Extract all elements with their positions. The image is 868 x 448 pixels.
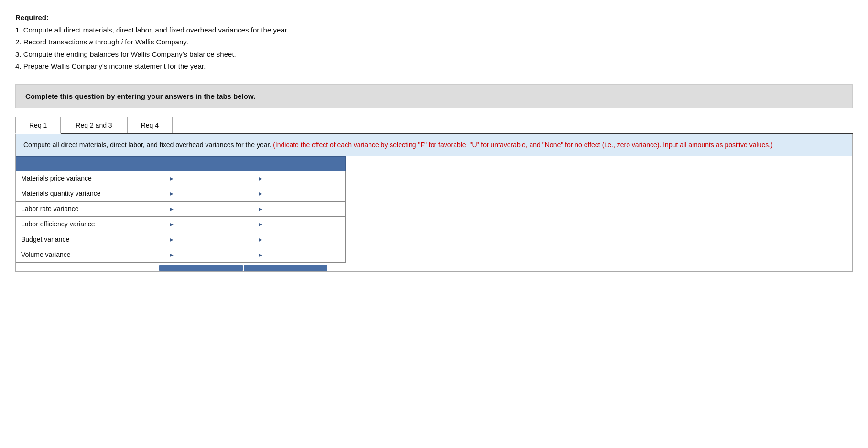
req-item-4: 4. Prepare Wallis Company's income state… xyxy=(15,60,853,73)
req-item-1: 1. Compute all direct materials, direct … xyxy=(15,24,853,36)
row-effect-budget[interactable] xyxy=(257,232,346,247)
table-row: Volume variance xyxy=(16,247,346,262)
required-heading: Required: xyxy=(15,11,853,24)
tab-req4[interactable]: Req 4 xyxy=(127,117,173,133)
row-amount-volume[interactable] xyxy=(168,247,257,262)
table-row: Budget variance xyxy=(16,232,346,247)
row-effect-volume[interactable] xyxy=(257,247,346,262)
description-bar: Compute all direct materials, direct lab… xyxy=(16,134,852,156)
table-row: Labor rate variance xyxy=(16,201,346,216)
table-row: Labor efficiency variance xyxy=(16,216,346,232)
row-effect-materials-price[interactable] xyxy=(257,171,346,186)
row-label-materials-price: Materials price variance xyxy=(16,171,168,186)
row-label-budget: Budget variance xyxy=(16,232,168,247)
row-amount-budget[interactable] xyxy=(168,232,257,247)
tabs-container: Req 1 Req 2 and 3 Req 4 xyxy=(15,117,853,134)
table-row: Materials quantity variance xyxy=(16,186,346,201)
scrollbar-left[interactable] xyxy=(159,265,243,271)
header-label-cell xyxy=(16,156,168,171)
tab-req23[interactable]: Req 2 and 3 xyxy=(62,117,126,133)
instruction-text: Complete this question by entering your … xyxy=(25,92,255,100)
row-effect-labor-efficiency[interactable] xyxy=(257,216,346,232)
row-label-labor-rate: Labor rate variance xyxy=(16,201,168,216)
row-effect-materials-qty[interactable] xyxy=(257,186,346,201)
required-section: Required: 1. Compute all direct material… xyxy=(15,11,853,73)
description-main: Compute all direct materials, direct lab… xyxy=(23,141,271,149)
row-amount-labor-rate[interactable] xyxy=(168,201,257,216)
instruction-box: Complete this question by entering your … xyxy=(15,84,853,108)
req-item-3: 3. Compute the ending balances for Walli… xyxy=(15,48,853,61)
row-label-labor-efficiency: Labor efficiency variance xyxy=(16,216,168,232)
scrollbar-right[interactable] xyxy=(244,265,327,271)
row-amount-materials-qty[interactable] xyxy=(168,186,257,201)
description-note: (Indicate the effect of each variance by… xyxy=(273,141,773,149)
row-amount-materials-price[interactable] xyxy=(168,171,257,186)
row-amount-labor-efficiency[interactable] xyxy=(168,216,257,232)
row-effect-labor-rate[interactable] xyxy=(257,201,346,216)
table-header-row xyxy=(16,156,346,171)
row-label-materials-qty: Materials quantity variance xyxy=(16,186,168,201)
table-row: Materials price variance xyxy=(16,171,346,186)
header-effect-cell xyxy=(257,156,346,171)
scrollbar-area xyxy=(16,263,852,271)
header-amount-cell xyxy=(168,156,257,171)
content-area: Compute all direct materials, direct lab… xyxy=(15,134,853,272)
row-label-volume: Volume variance xyxy=(16,247,168,262)
table-container: Materials price variance Materials quant… xyxy=(16,156,852,271)
req-item-2: 2. Record transactions a through i for W… xyxy=(15,36,853,48)
tab-req1[interactable]: Req 1 xyxy=(15,117,61,134)
variance-table: Materials price variance Materials quant… xyxy=(16,156,346,263)
